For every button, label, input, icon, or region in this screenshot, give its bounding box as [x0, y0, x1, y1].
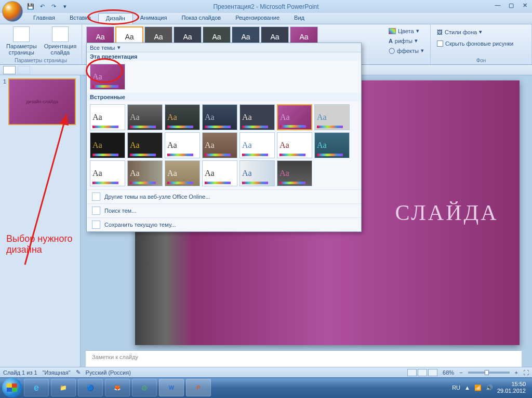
tab-home[interactable]: Главная	[26, 13, 62, 24]
builtin-label: Встроенные	[87, 93, 361, 101]
taskbar-ie[interactable]: e	[24, 379, 49, 396]
orientation-icon	[52, 26, 69, 42]
theme-thumb[interactable]: Aa	[127, 160, 163, 186]
slide-thumb-text: дизайн слайда	[26, 99, 58, 104]
bg-styles-icon: 🖼	[437, 29, 443, 35]
page-setup-button[interactable]: Параметры страницы	[4, 25, 39, 57]
redo-icon[interactable]: ↷	[49, 2, 58, 11]
theme-thumb[interactable]: Aa	[90, 104, 125, 130]
tab-slideshow[interactable]: Показ слайдов	[174, 13, 228, 24]
save-theme-icon	[92, 221, 100, 229]
close-button[interactable]: ✕	[520, 1, 530, 9]
tab-view[interactable]: Вид	[287, 13, 312, 24]
taskbar-mail[interactable]: @	[132, 379, 157, 396]
theme-thumb[interactable]: Aa	[202, 160, 237, 186]
tab-animation[interactable]: Анимация	[133, 13, 175, 24]
minimize-button[interactable]: —	[493, 1, 503, 9]
tab-review[interactable]: Рецензирование	[228, 13, 287, 24]
search-themes[interactable]: Поиск тем...	[87, 203, 361, 217]
zoom-out-button[interactable]: −	[459, 369, 462, 376]
maximize-button[interactable]: ▢	[506, 1, 516, 9]
taskbar-chrome[interactable]: 🔵	[78, 379, 103, 396]
theme-thumb[interactable]: Aa	[165, 132, 200, 158]
theme-thumb[interactable]: Aa	[202, 104, 237, 130]
theme-thumb[interactable]: Aa	[127, 104, 163, 130]
tray-flag-icon[interactable]: ▲	[464, 385, 470, 391]
slideshow-view-button[interactable]	[428, 369, 437, 376]
theme-thumb[interactable]: Aa	[277, 160, 312, 186]
effects-button[interactable]: ◯ффекты ▾	[387, 46, 426, 55]
page-setup-icon	[13, 26, 30, 42]
more-themes-online[interactable]: Другие темы на веб-узле Office Online...	[87, 189, 361, 203]
slide-thumbnail[interactable]: дизайн слайда	[8, 78, 76, 125]
save-icon[interactable]: 💾	[26, 2, 35, 11]
folder-search-icon	[92, 207, 100, 215]
outline-tab-icon[interactable]	[18, 66, 30, 74]
tray-network-icon[interactable]: 📶	[474, 385, 482, 391]
zoom-percent[interactable]: 68%	[443, 369, 454, 376]
theme-thumb[interactable]: Aa	[277, 104, 312, 130]
theme-thumb[interactable]: Aa	[240, 132, 275, 158]
hide-bg-checkbox[interactable]: Скрыть фоновые рисунки	[435, 39, 515, 48]
themes-dropdown: Все темы ▾ Эта презентация Aa Встроенные…	[86, 43, 362, 232]
all-themes-header[interactable]: Все темы ▾	[87, 43, 361, 52]
system-tray: RU ▲ 📶 🔊 15:50 29.01.2012	[452, 381, 530, 394]
taskbar-explorer[interactable]: 📁	[51, 379, 76, 396]
tray-sound-icon[interactable]: 🔊	[486, 385, 493, 391]
ribbon-tabs: Главная Вставка Дизайн Анимация Показ сл…	[0, 13, 532, 24]
theme-thumb[interactable]: Aa	[90, 132, 125, 158]
theme-thumb[interactable]: Aa	[90, 160, 125, 186]
globe-icon	[92, 193, 100, 201]
theme-thumb[interactable]: Aa	[90, 64, 125, 90]
taskbar-powerpoint[interactable]: P	[186, 379, 211, 396]
slide-number: 1	[3, 78, 6, 125]
theme-name: "Изящная"	[43, 369, 71, 376]
qat-dropdown-icon[interactable]: ▾	[60, 2, 70, 11]
colors-button[interactable]: Цвета ▾	[387, 26, 426, 35]
theme-thumb[interactable]: Aa	[314, 132, 350, 158]
slides-tab-icon[interactable]	[3, 66, 16, 74]
notes-pane[interactable]: Заметки к слайду	[86, 350, 522, 367]
zoom-slider[interactable]	[468, 372, 510, 374]
window-title: Презентация2 - Microsoft PowerPoint	[213, 3, 318, 10]
windows-icon	[7, 383, 17, 392]
theme-thumb[interactable]: Aa	[165, 160, 200, 186]
theme-thumb[interactable]: Aa	[240, 160, 275, 186]
language-status[interactable]: Русский (Россия)	[86, 369, 131, 376]
slides-panel: 1 дизайн слайда	[0, 75, 81, 367]
taskbar-word[interactable]: W	[159, 379, 184, 396]
tray-lang[interactable]: RU	[452, 385, 460, 391]
theme-thumb[interactable]: Aa	[165, 104, 200, 130]
zoom-in-button[interactable]: +	[515, 369, 518, 376]
slide-title[interactable]: СЛАЙДА	[395, 200, 498, 225]
fit-window-button[interactable]: ⛶	[523, 369, 529, 376]
normal-view-button[interactable]	[407, 369, 417, 376]
title-bar: 💾 ↶ ↷ ▾ Презентация2 - Microsoft PowerPo…	[0, 0, 532, 13]
fonts-button[interactable]: Aрифты ▾	[387, 36, 426, 45]
this-presentation-label: Эта презентация	[87, 52, 361, 61]
theme-thumb[interactable]: Aa	[240, 104, 275, 130]
annotation-text: Выбор нужного дизайна	[6, 234, 84, 255]
quick-access-toolbar: 💾 ↶ ↷ ▾	[26, 2, 70, 11]
group-background-label: Фон	[435, 57, 527, 64]
office-button[interactable]	[2, 1, 23, 22]
theme-thumb[interactable]: Aa	[314, 104, 350, 130]
tab-design[interactable]: Дизайн	[98, 13, 133, 24]
undo-icon[interactable]: ↶	[37, 2, 47, 11]
start-button[interactable]	[2, 378, 22, 397]
tray-clock[interactable]: 15:50 29.01.2012	[497, 381, 526, 394]
theme-thumb[interactable]: Aa	[202, 132, 237, 158]
taskbar-firefox[interactable]: 🦊	[105, 379, 130, 396]
sorter-view-button[interactable]	[418, 369, 427, 376]
spellcheck-icon[interactable]: ✎	[76, 369, 81, 376]
background-styles-button[interactable]: 🖼Стили фона ▾	[435, 28, 484, 36]
slide-orientation-button[interactable]: Ориентация слайда	[42, 25, 78, 57]
group-page-setup-label: Параметры страницы	[4, 57, 77, 64]
tab-insert[interactable]: Вставка	[62, 13, 98, 24]
theme-thumb[interactable]: Aa	[127, 132, 163, 158]
taskbar: e 📁 🔵 🦊 @ W P RU ▲ 📶 🔊 15:50 29.01.2012	[0, 377, 532, 398]
save-current-theme[interactable]: Сохранить текущую тему...	[87, 217, 361, 231]
theme-thumb[interactable]: Aa	[277, 132, 312, 158]
view-buttons	[407, 369, 437, 376]
checkbox-icon	[437, 40, 443, 47]
